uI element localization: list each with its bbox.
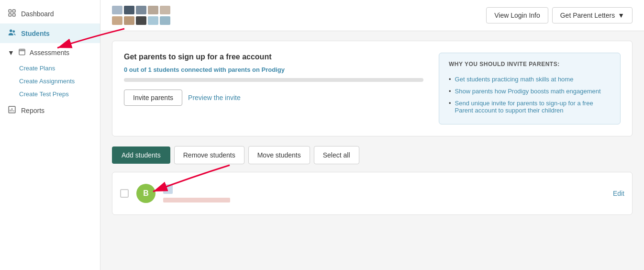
add-students-button[interactable]: Add students	[112, 146, 170, 164]
sidebar-item-students-label: Students	[21, 30, 50, 37]
student-info	[163, 184, 605, 202]
svg-rect-1	[13, 10, 15, 12]
dashboard-icon	[8, 9, 16, 19]
invite-card-subtitle: 0 out of 1 students connected with paren…	[124, 66, 423, 73]
chevron-down-icon: ▼	[618, 11, 624, 19]
swatch-9	[148, 16, 158, 25]
svg-point-5	[13, 31, 15, 33]
sidebar-item-assessments-label: Assessments	[30, 49, 69, 56]
sidebar: Dashboard Students ▼ Assessments Create …	[0, 0, 100, 270]
subtitle-count: 1	[148, 66, 152, 73]
sidebar-item-assessments[interactable]: ▼ Assessments	[0, 43, 100, 62]
swatch-6	[112, 16, 122, 25]
svg-rect-6	[19, 49, 25, 55]
swatches-row-2	[112, 16, 170, 25]
swatch-8	[136, 16, 146, 25]
swatch-1	[112, 6, 122, 14]
subtitle-post: students connected with parents on Prodi…	[152, 66, 285, 73]
sidebar-item-create-assignments[interactable]: Create Assignments	[19, 75, 100, 88]
svg-rect-2	[9, 14, 11, 16]
header-left	[112, 6, 170, 25]
student-management: Add students Remove students Move studen…	[112, 146, 633, 215]
get-parent-letters-button[interactable]: Get Parent Letters ▼	[552, 7, 633, 23]
table-row: B Edit	[120, 180, 624, 207]
why-title: WHY YOU SHOULD INVITE PARENTS:	[449, 61, 611, 68]
swatch-3	[136, 6, 146, 14]
class-swatches	[112, 6, 170, 25]
select-all-button[interactable]: Select all	[314, 146, 359, 164]
swatch-5	[160, 6, 170, 14]
sidebar-sub-menu: Create Plans Create Assignments Create T…	[0, 62, 100, 101]
get-parent-letters-label: Get Parent Letters	[560, 11, 615, 19]
header: View Login Info Get Parent Letters ▼	[100, 0, 644, 31]
why-item-3-text: Send unique invite for parents to sign-u…	[455, 100, 611, 114]
avatar: B	[136, 184, 155, 203]
swatch-7	[124, 16, 134, 25]
swatch-4	[148, 6, 158, 14]
why-item-2: Show parents how Prodigy boosts math eng…	[449, 85, 611, 97]
sidebar-item-dashboard[interactable]: Dashboard	[0, 4, 100, 23]
sidebar-item-reports[interactable]: Reports	[0, 101, 100, 120]
parent-invite-card: Get parents to sign up for a free accoun…	[112, 41, 633, 136]
progress-bar	[124, 78, 423, 82]
student-detail-placeholder	[163, 198, 230, 202]
why-item-1: Get students practicing math skills at h…	[449, 73, 611, 85]
svg-rect-3	[13, 14, 15, 16]
sidebar-item-create-test-preps[interactable]: Create Test Preps	[19, 88, 100, 101]
why-item-1-text: Get students practicing math skills at h…	[455, 76, 574, 83]
invite-card-title: Get parents to sign up for a free accoun…	[124, 53, 423, 61]
why-item-2-text: Show parents how Prodigy boosts math eng…	[455, 88, 601, 95]
sidebar-item-students[interactable]: Students	[0, 23, 100, 43]
card-inner: Get parents to sign up for a free accoun…	[124, 53, 621, 124]
sidebar-item-dashboard-label: Dashboard	[21, 10, 54, 18]
header-buttons: View Login Info Get Parent Letters ▼	[486, 7, 633, 23]
view-login-info-button[interactable]: View Login Info	[486, 7, 548, 23]
preview-invite-link[interactable]: Preview the invite	[188, 94, 241, 101]
subtitle-pre: 0 out of	[124, 66, 148, 73]
card-actions: Invite parents Preview the invite	[124, 90, 423, 106]
student-name-placeholder	[163, 184, 173, 194]
invite-parents-button[interactable]: Invite parents	[124, 90, 182, 106]
svg-point-4	[10, 30, 12, 32]
content-area: Get parents to sign up for a free accoun…	[100, 31, 644, 270]
swatch-2	[124, 6, 134, 14]
sidebar-item-create-plans[interactable]: Create Plans	[19, 62, 100, 75]
students-card: B Edit	[112, 172, 633, 215]
svg-rect-0	[9, 10, 11, 12]
why-list: Get students practicing math skills at h…	[449, 73, 611, 116]
swatch-10	[160, 16, 170, 25]
assessments-icon	[18, 48, 26, 57]
main-content: View Login Info Get Parent Letters ▼ Get…	[100, 0, 644, 270]
sidebar-item-reports-label: Reports	[21, 107, 44, 114]
remove-students-button[interactable]: Remove students	[174, 146, 244, 164]
mgmt-buttons: Add students Remove students Move studen…	[112, 146, 633, 164]
student-checkbox[interactable]	[120, 189, 129, 198]
card-left: Get parents to sign up for a free accoun…	[124, 53, 423, 124]
chevron-down-icon: ▼	[8, 49, 14, 56]
move-students-button[interactable]: Move students	[248, 146, 310, 164]
reports-icon	[8, 105, 16, 115]
swatches-row-1	[112, 6, 170, 14]
students-icon	[8, 28, 16, 38]
why-item-3: Send unique invite for parents to sign-u…	[449, 97, 611, 116]
why-card: WHY YOU SHOULD INVITE PARENTS: Get stude…	[439, 53, 621, 124]
student-edit-link[interactable]: Edit	[613, 190, 624, 197]
